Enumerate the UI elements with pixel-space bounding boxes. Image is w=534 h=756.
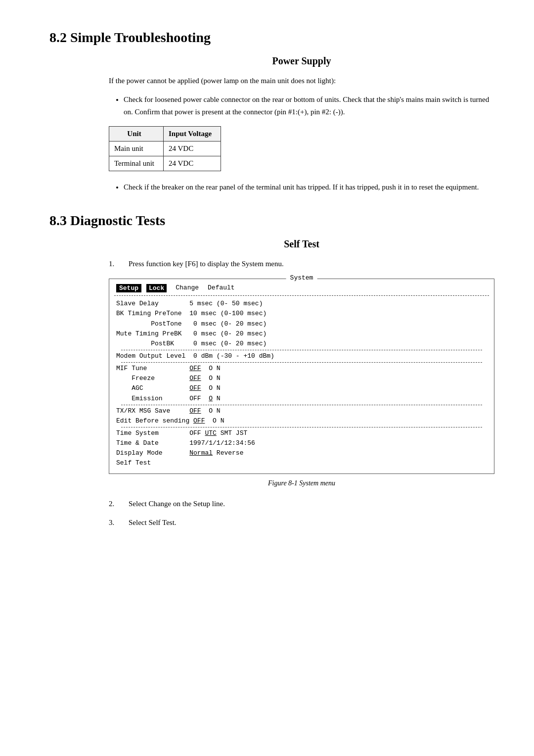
- menu-row-self-test: Self Test: [116, 458, 487, 468]
- power-check-2: Check if the breaker on the rear panel o…: [124, 181, 494, 193]
- table-row: Main unit 24 VDC: [109, 141, 221, 156]
- step-2: 2. Select Change on the Setup line.: [109, 498, 494, 510]
- table-cell-unit-2: Terminal unit: [109, 156, 164, 171]
- menu-body: Slave Delay 5 msec (0- 50 msec) BK Timin…: [109, 297, 494, 473]
- edit-off: OFF: [193, 417, 205, 425]
- change-label: Change: [176, 284, 199, 292]
- menu-row-agc: AGC OFF O N: [116, 383, 487, 393]
- figure-caption: Figure 8-1 System menu: [109, 478, 494, 489]
- menu-row-modem-output: Modem Output Level 0 dBm (-30 - +10 dBm): [116, 351, 487, 361]
- voltage-table: Unit Input Voltage Main unit 24 VDC Term…: [109, 126, 221, 171]
- menu-row-edit-before: Edit Before sending OFF O N: [116, 416, 487, 426]
- menu-row-bk-timing-pretone: BK Timing PreTone 10 msec (0-100 msec): [116, 309, 487, 319]
- power-supply-intro: If the power cannot be applied (power la…: [109, 75, 494, 87]
- power-supply-checklist: Check for loosened power cable connector…: [124, 94, 494, 118]
- step-2-text: Select Change on the Setup line.: [129, 498, 225, 510]
- default-label: Default: [208, 284, 235, 292]
- txrx-off: OFF: [189, 407, 201, 415]
- section-8-3: 8.3 Diagnostic Tests Self Test 1. Press …: [49, 213, 494, 528]
- table-row: Terminal unit 24 VDC: [109, 156, 221, 171]
- section-8-2-title: 8.2 Simple Troubleshooting: [49, 30, 494, 46]
- power-supply-checklist-2: Check if the breaker on the rear panel o…: [124, 181, 494, 193]
- section-8-2: 8.2 Simple Troubleshooting Power Supply …: [49, 30, 494, 193]
- normal-label: Normal: [189, 449, 213, 457]
- table-cell-voltage-1: 24 VDC: [164, 141, 221, 156]
- step-1-number: 1.: [109, 258, 122, 270]
- section-8-3-title: 8.3 Diagnostic Tests: [49, 213, 494, 229]
- menu-row-time-system: Time System OFF UTC SMT JST: [116, 428, 487, 438]
- step-3-text: Select Self Test.: [129, 517, 177, 528]
- setup-label: Setup: [116, 284, 141, 292]
- menu-row-slave-delay: Slave Delay 5 msec (0- 50 msec): [116, 299, 487, 309]
- step-1: 1. Press function key [F6] to display th…: [109, 258, 494, 270]
- power-supply-subsection: Power Supply If the power cannot be appl…: [109, 55, 494, 193]
- table-cell-unit-1: Main unit: [109, 141, 164, 156]
- system-menu-screenshot: System Setup Lock Change Default Slave D…: [109, 279, 494, 473]
- power-check-1: Check for loosened power cable connector…: [124, 94, 494, 118]
- table-col-unit: Unit: [109, 126, 164, 141]
- table-col-voltage: Input Voltage: [164, 126, 221, 141]
- freeze-off: OFF: [189, 375, 201, 382]
- emission-on: O: [209, 395, 213, 402]
- lock-label: Lock: [146, 284, 167, 292]
- table-cell-voltage-2: 24 VDC: [164, 156, 221, 171]
- menu-row-mif-tune: MIF Tune OFF O N: [116, 364, 487, 374]
- menu-row-posttone: PostTone 0 msec (0- 20 msec): [116, 319, 487, 329]
- agc-off: OFF: [189, 384, 201, 392]
- menu-row-postbk: PostBK 0 msec (0- 20 msec): [116, 339, 487, 349]
- step-3: 3. Select Self Test.: [109, 517, 494, 528]
- utc-label: UTC: [205, 429, 216, 437]
- menu-row-txrx-msg-save: TX/RX MSG Save OFF O N: [116, 406, 487, 416]
- menu-header-right: Lock Change Default: [146, 284, 235, 292]
- menu-row-mute-prebk: Mute Timing PreBK 0 msec (0- 20 msec): [116, 329, 487, 339]
- mif-tune-off: OFF: [189, 365, 201, 372]
- menu-row-freeze: Freeze OFF O N: [116, 374, 487, 383]
- menu-row-display-mode: Display Mode Normal Reverse: [116, 448, 487, 458]
- menu-row-time-date: Time & Date 1997/1/1/12:34:56: [116, 438, 487, 448]
- power-supply-heading: Power Supply: [109, 55, 494, 67]
- menu-row-emission: Emission OFF O N: [116, 394, 487, 404]
- step-3-number: 3.: [109, 517, 122, 528]
- step-2-number: 2.: [109, 498, 122, 510]
- self-test-subsection: Self Test 1. Press function key [F6] to …: [109, 238, 494, 528]
- system-menu-title-label: System: [286, 274, 317, 282]
- step-1-text: Press function key [F6] to display the S…: [129, 258, 284, 270]
- self-test-heading: Self Test: [109, 238, 494, 250]
